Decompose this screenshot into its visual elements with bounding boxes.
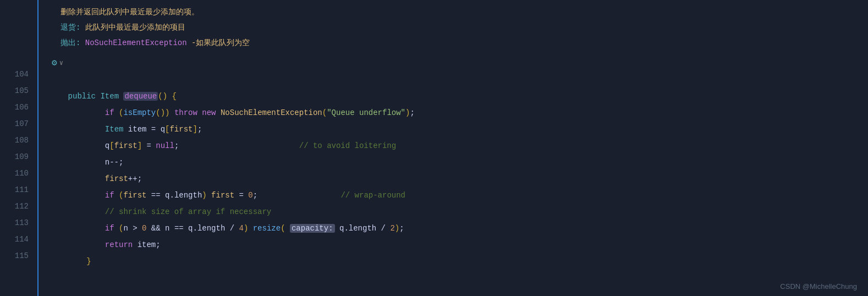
line-num-113: 113: [0, 215, 29, 231]
doc-line3-mono: NoSuchElementException: [80, 39, 186, 47]
doc-line3-label: 抛出:: [61, 39, 80, 47]
line-num-109: 109: [0, 149, 29, 165]
doc-comment: 删除并返回此队列中最近最少添加的项。 退货: 此队列中最近最少添加的项目 抛出:…: [50, 0, 868, 55]
line-num-107: 107: [0, 116, 29, 132]
line-num-111: 111: [0, 182, 29, 198]
line-num-105: 105: [0, 83, 29, 99]
code-line-104: public Item dequeue() {: [50, 72, 868, 88]
code-line-115: [50, 253, 868, 270]
doc-line2-label: 退货:: [61, 23, 80, 32]
doc-line3-suffix: -如果此队列为空: [187, 39, 250, 47]
icon-row: ⚙ ∨: [50, 55, 868, 72]
line-num-112: 112: [0, 198, 29, 215]
line-num-108: 108: [0, 132, 29, 149]
chevron-icon: ∨: [59, 55, 63, 72]
code-line-109: first++;: [50, 154, 868, 171]
code-line-114: }: [50, 237, 868, 253]
param-capacity: capacity:: [290, 224, 335, 233]
method-dequeue: dequeue: [123, 92, 158, 101]
doc-line3: 抛出: NoSuchElementException -如果此队列为空: [61, 35, 857, 51]
line-num-104: 104: [0, 66, 29, 83]
editor-content: 删除并返回此队列中最近最少添加的项。 退货: 此队列中最近最少添加的项目 抛出:…: [39, 0, 868, 296]
line-num-115: 115: [0, 248, 29, 264]
doc-line2: 退货: 此队列中最近最少添加的项目: [61, 20, 857, 35]
doc-icon: ⚙: [52, 55, 57, 72]
doc-line1: 删除并返回此队列中最近最少添加的项。: [61, 4, 857, 20]
line-num-110: 110: [0, 165, 29, 182]
code-line-110: if (first == q.length) first = 0; // wra…: [50, 171, 868, 187]
line-num-106: 106: [0, 99, 29, 116]
line-num-114: 114: [0, 231, 29, 248]
line-numbers: 104 105 106 107 108 109 110 111 112 113 …: [0, 0, 39, 296]
watermark: CSDN @MichelleChung: [780, 282, 857, 290]
